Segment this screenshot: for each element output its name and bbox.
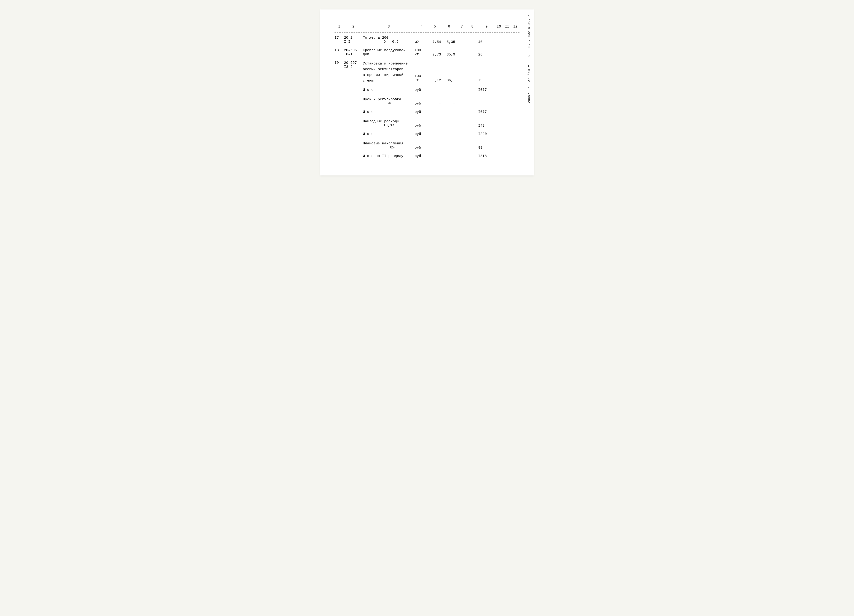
header-col3: 3 <box>363 24 415 29</box>
nakladnye-col4: руб <box>415 119 429 128</box>
pusk-col5: – <box>429 98 443 106</box>
table-row: Итого руб – – I220 <box>334 131 520 138</box>
document-page: I 2 3 4 5 6 7 8 9 IO II I2 I7 20–2 I–I Т… <box>320 9 534 175</box>
side-label-2: Альбом VI – 92 <box>527 52 531 82</box>
nakladnye-col9: I43 <box>478 119 495 128</box>
header-col1: I <box>334 24 344 29</box>
header-col11: II <box>503 24 511 29</box>
side-labels: П.П. 802-5.39.85 Альбом VI – 92 20597-06 <box>527 9 531 175</box>
itogo1-col6: – <box>443 88 457 92</box>
itogo3-col4: руб <box>415 132 429 136</box>
header-col9: 9 <box>478 24 495 29</box>
nakladnye-col3: Накладные расходы I3,3% <box>363 119 415 128</box>
side-label-1: П.П. 802-5.39.85 <box>527 14 531 48</box>
row-i8-col2: 20–696 I8–I <box>344 48 363 56</box>
header-col5: 5 <box>429 24 443 29</box>
table-row: Накладные расходы I3,3% руб – – I43 <box>334 119 520 129</box>
row-i9-col4: I00кг <box>415 61 429 82</box>
header-col6: 6 <box>443 24 457 29</box>
itogo2-col5: – <box>429 110 443 114</box>
header-col7: 7 <box>457 24 467 29</box>
itogo1-col4: руб <box>415 88 429 92</box>
row-i8-col4: I00кг <box>415 48 429 56</box>
row-i7-col1: I7 <box>334 36 344 40</box>
planovye-col3: Плановые накопления 8% <box>363 142 415 149</box>
itogo2-col6: – <box>443 110 457 114</box>
table-row: I8 20–696 I8–I Крепление воздухово–дов I… <box>334 47 520 58</box>
pusk-col6: – <box>443 98 457 106</box>
itogo3-col3: Итого <box>363 132 415 136</box>
row-i9-col6: 36,I <box>443 61 457 82</box>
planovye-col4: руб <box>415 142 429 150</box>
row-i8-col1: I8 <box>334 48 344 52</box>
top-dashed-line <box>334 21 520 21</box>
header-col12: I2 <box>511 24 520 29</box>
planovye-col9: 98 <box>478 142 495 150</box>
row-i9-col2: 20–697 I8–2 <box>344 61 363 69</box>
row-i7-col4: м2 <box>415 36 429 44</box>
side-label-3: 20597-06 <box>527 86 531 103</box>
row-i8-col6: 35,9 <box>443 48 457 57</box>
pusk-col4: руб <box>415 98 429 106</box>
itogo1-col9: I077 <box>478 88 495 92</box>
column-headers: I 2 3 4 5 6 7 8 9 IO II I2 <box>334 23 520 30</box>
table-row: I9 20–697 I8–2 Установка и крепление осе… <box>334 60 520 85</box>
itogo1-col5: – <box>429 88 443 92</box>
planovye-col6: – <box>443 142 457 150</box>
itogo-ii-col4: руб <box>415 154 429 158</box>
nakladnye-col6: – <box>443 119 457 128</box>
itogo-ii-col3: Итого по II разделу <box>363 154 415 158</box>
table-row: Итого руб – – I077 <box>334 109 520 116</box>
pusk-col3: Пуск и регулировка 5% <box>363 98 415 105</box>
planovye-col5: – <box>429 142 443 150</box>
header-col2: 2 <box>344 24 363 29</box>
row-i9-col1: I9 <box>334 61 344 65</box>
itogo1-col3: Итого <box>363 88 415 92</box>
table-row: Пуск и регулировка 5% руб – – <box>334 96 520 107</box>
table-row: Итого руб – – I077 <box>334 87 520 94</box>
itogo3-col9: I220 <box>478 132 495 136</box>
itogo2-col9: I077 <box>478 110 495 114</box>
row-i7-col3: То же, д–200 δ = 0,5 <box>363 36 415 44</box>
header-col10: IO <box>495 24 503 29</box>
itogo3-col6: – <box>443 132 457 136</box>
row-i8-col5: 0,73 <box>429 48 443 57</box>
itogo-ii-col6: – <box>443 154 457 158</box>
table-row: Плановые накопления 8% руб – – 98 <box>334 140 520 151</box>
row-i9-col5: 0,42 <box>429 61 443 82</box>
row-i9-col3: Установка и крепление осевых вентиляторо… <box>363 61 415 84</box>
itogo2-col4: руб <box>415 110 429 114</box>
row-i9-col9: I5 <box>478 61 495 82</box>
nakladnye-col5: – <box>429 119 443 128</box>
table-row: Итого по II разделу руб – – I3I8 <box>334 153 520 160</box>
header-col8: 8 <box>467 24 478 29</box>
itogo-ii-col9: I3I8 <box>478 154 495 158</box>
row-i8-col3: Крепление воздухово–дов <box>363 48 415 56</box>
row-i7-col9: 40 <box>478 36 495 44</box>
itogo-ii-col5: – <box>429 154 443 158</box>
itogo3-col5: – <box>429 132 443 136</box>
itogo2-col3: Итого <box>363 110 415 114</box>
table-row: I7 20–2 I–I То же, д–200 δ = 0,5 м2 7,54… <box>334 35 520 45</box>
row-i7-col6: 5,35 <box>443 36 457 44</box>
header-dashed-line <box>334 32 520 32</box>
header-col4: 4 <box>415 24 429 29</box>
row-i8-col9: 26 <box>478 48 495 57</box>
row-i7-col5: 7,54 <box>429 36 443 44</box>
row-i7-col2: 20–2 I–I <box>344 36 363 44</box>
